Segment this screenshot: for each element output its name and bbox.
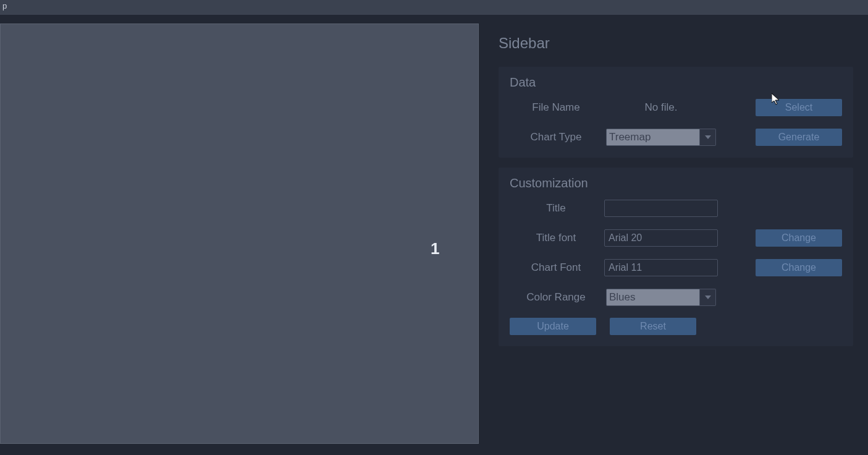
chart-type-value[interactable]: Treemap <box>606 129 700 146</box>
canvas-placeholder: 1 <box>431 239 439 258</box>
sidebar-title: Sidebar <box>499 35 853 52</box>
file-name-row: File Name No file. Select <box>510 98 842 117</box>
chart-canvas: 1 <box>0 23 479 444</box>
chart-type-select[interactable]: Treemap <box>606 129 716 146</box>
chevron-down-icon[interactable] <box>700 129 716 146</box>
title-label: Title <box>510 202 602 215</box>
customization-heading: Customization <box>510 176 842 190</box>
title-input[interactable] <box>604 200 718 217</box>
file-name-value: No file. <box>645 101 678 114</box>
color-range-select[interactable]: Blues <box>606 289 716 306</box>
menu-item[interactable]: p <box>0 0 9 12</box>
data-heading: Data <box>510 75 842 90</box>
file-name-label: File Name <box>510 101 602 114</box>
sidebar: Sidebar Data File Name No file. Select C… <box>479 20 868 450</box>
customization-panel: Customization Title Title font Change Ch… <box>499 168 853 346</box>
data-panel: Data File Name No file. Select Chart Typ… <box>499 67 853 158</box>
color-range-row: Color Range Blues <box>510 288 842 307</box>
chart-font-row: Chart Font Change <box>510 258 842 277</box>
change-chart-font-button[interactable]: Change <box>756 259 842 276</box>
reset-button[interactable]: Reset <box>610 318 696 335</box>
chevron-down-icon[interactable] <box>700 289 716 306</box>
update-button[interactable]: Update <box>510 318 596 335</box>
workarea: 1 Sidebar Data File Name No file. Select… <box>0 15 868 455</box>
chart-font-input[interactable] <box>604 259 718 276</box>
title-font-input[interactable] <box>604 229 718 247</box>
change-title-font-button[interactable]: Change <box>756 229 842 247</box>
title-row: Title <box>510 199 842 218</box>
title-font-row: Title font Change <box>510 229 842 247</box>
title-font-label: Title font <box>510 232 602 244</box>
generate-button[interactable]: Generate <box>756 129 842 146</box>
color-range-value[interactable]: Blues <box>606 289 700 306</box>
chart-font-label: Chart Font <box>510 262 602 274</box>
chart-type-label: Chart Type <box>510 131 602 143</box>
menubar[interactable]: p <box>0 0 868 15</box>
select-button[interactable]: Select <box>756 99 842 116</box>
chart-type-row: Chart Type Treemap Generate <box>510 128 842 147</box>
color-range-label: Color Range <box>510 291 602 304</box>
